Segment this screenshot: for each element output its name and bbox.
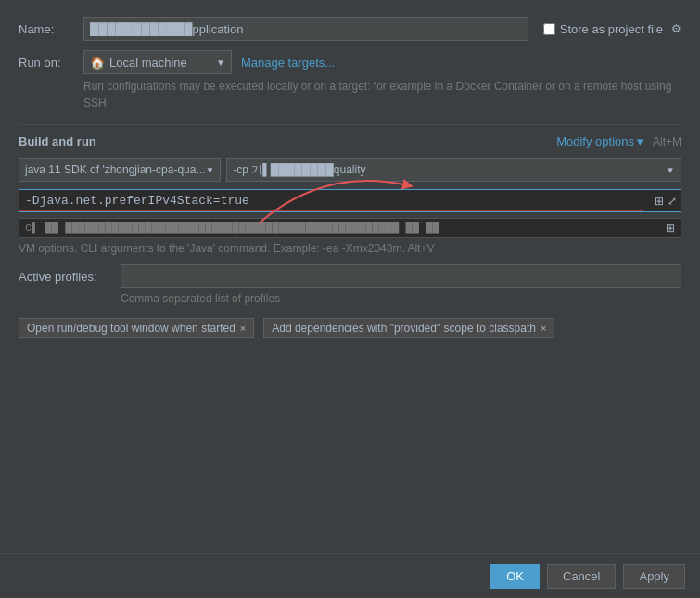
sdk-select[interactable]: java 11 SDK of 'zhongjian-cpa-qua... ▼ [19,158,221,182]
active-profiles-input[interactable] [121,264,681,288]
modify-options-shortcut: Alt+M [653,135,681,148]
run-config-dialog: Name: Store as project file ⚙ Run on: 🏠 … [0,0,700,598]
red-underline [19,210,643,211]
tags-row: Open run/debug tool window when started … [19,318,681,338]
cp-dropdown-arrow: ▼ [666,165,675,175]
tag-open-window-close[interactable]: × [240,323,246,334]
cancel-button[interactable]: Cancel [547,564,616,589]
cp-label: -cp 기▌████████quality [233,162,666,178]
vm-options-icons: ⊞ ⤢ [655,195,681,208]
active-profiles-label: Active profiles: [19,270,121,284]
ok-button[interactable]: OK [490,564,540,589]
store-label: Store as project file [560,22,663,36]
active-profiles-row: Active profiles: [19,264,681,288]
house-icon: 🏠 [90,56,105,70]
cp-select[interactable]: -cp 기▌████████quality ▼ [226,158,681,182]
expand-icon[interactable]: ⊞ [655,195,664,208]
name-label: Name: [19,22,83,36]
vm-hint: VM options. CLI arguments to the 'Java' … [19,242,681,255]
name-row: Name: Store as project file ⚙ [19,17,681,41]
run-on-select[interactable]: 🏠 Local machine ▼ [83,50,232,74]
tag-add-deps: Add dependencies with "provided" scope t… [263,318,554,338]
modify-options-label: Modify options [556,134,634,148]
build-run-section-header: Build and run Modify options ▾ Alt+M [19,124,681,148]
gear-icon[interactable]: ⚙ [671,22,681,35]
store-checkbox-area: Store as project file ⚙ [543,22,681,36]
sdk-dropdown-arrow: ▼ [205,165,214,175]
classpath-text: c▌ ██ ██████████████████████████████████… [25,222,662,235]
run-on-row: Run on: 🏠 Local machine ▼ Manage targets… [19,50,681,74]
manage-targets-link[interactable]: Manage targets... [241,56,335,70]
run-on-value: Local machine [109,56,187,70]
classpath-row: c▌ ██ ██████████████████████████████████… [19,218,681,238]
run-on-label: Run on: [19,56,83,70]
apply-button[interactable]: Apply [623,564,685,589]
bottom-bar: OK Cancel Apply [0,553,700,598]
form-area: Name: Store as project file ⚙ Run on: 🏠 … [0,0,700,553]
chevron-down-icon: ▾ [637,134,643,148]
expand-classpath-icon[interactable]: ⊞ [666,222,675,235]
vm-options-input-wrap: ⊞ ⤢ [19,189,681,212]
name-input[interactable] [83,17,528,41]
tag-add-deps-label: Add dependencies with "provided" scope t… [272,322,536,335]
vm-options-input[interactable] [19,190,655,211]
fullscreen-icon[interactable]: ⤢ [668,195,677,208]
store-as-project-checkbox[interactable] [543,23,555,35]
tag-open-window-label: Open run/debug tool window when started [27,322,235,335]
modify-options-link[interactable]: Modify options ▾ [556,134,643,148]
tag-open-window: Open run/debug tool window when started … [19,318,254,338]
section-title: Build and run [19,134,96,148]
profiles-hint: Comma separated list of profiles [121,292,681,305]
run-on-dropdown-arrow: ▼ [216,57,225,68]
hint-text: Run configurations may be executed local… [83,78,681,111]
sdk-label: java 11 SDK of 'zhongjian-cpa-qua... [25,163,205,176]
modify-options-area: Modify options ▾ Alt+M [556,134,681,148]
tag-add-deps-close[interactable]: × [541,323,546,334]
sdk-cp-row: java 11 SDK of 'zhongjian-cpa-qua... ▼ -… [19,158,681,182]
